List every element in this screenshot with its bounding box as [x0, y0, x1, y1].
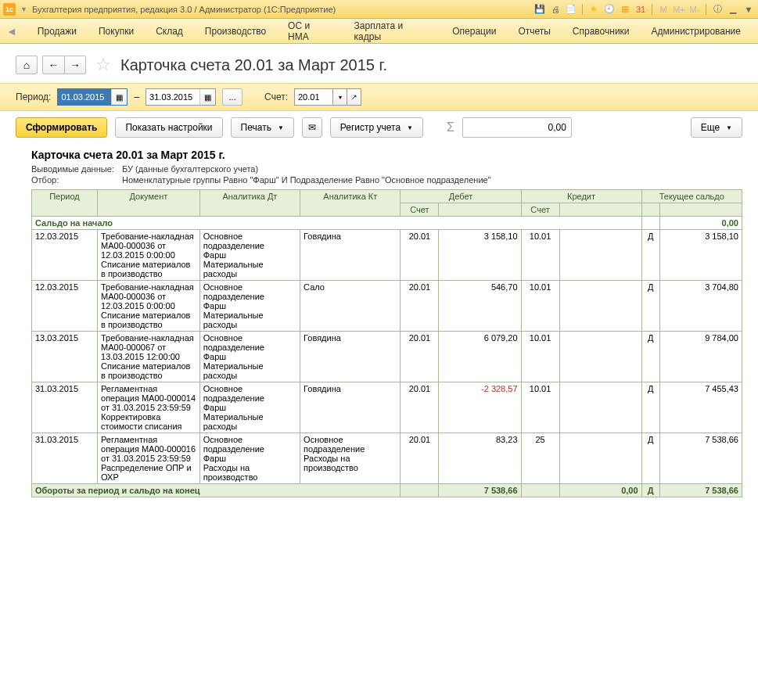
- table-cell: 7 538,66: [659, 433, 742, 484]
- more-button[interactable]: Еще▼: [691, 117, 742, 138]
- main-menu: ◄ Продажи Покупки Склад Производство ОС …: [0, 19, 758, 44]
- table-cell: 31.03.2015: [32, 382, 98, 433]
- favorite-icon[interactable]: ☆: [95, 55, 111, 75]
- table-cell: 20.01: [401, 230, 439, 281]
- generate-button[interactable]: Сформировать: [16, 117, 107, 138]
- totals-label: Обороты за период и сальдо на конец: [32, 484, 401, 497]
- table-cell: Сало: [300, 281, 401, 332]
- star-icon[interactable]: ★: [587, 3, 600, 16]
- dropdown-icon[interactable]: ▼: [20, 5, 27, 13]
- table-cell: [559, 281, 641, 332]
- forward-button[interactable]: →: [64, 56, 86, 74]
- date-to-field[interactable]: ▦: [145, 88, 216, 106]
- table-row: 12.03.2015Требование-накладная МА00-0000…: [32, 230, 742, 281]
- totals-credit: 0,00: [559, 484, 641, 497]
- print-icon[interactable]: 🖨: [549, 3, 562, 16]
- table-cell: 546,70: [439, 281, 521, 332]
- m-plus-icon[interactable]: M+: [673, 3, 685, 16]
- save-icon[interactable]: 💾: [533, 3, 546, 16]
- history-icon[interactable]: 🕘: [603, 3, 616, 16]
- date-from-input[interactable]: [58, 89, 111, 105]
- table-cell: 20.01: [401, 332, 439, 382]
- account-dropdown-icon[interactable]: ▾: [333, 88, 347, 106]
- page-title: Карточка счета 20.01 за Март 2015 г.: [120, 56, 387, 74]
- back-button[interactable]: ←: [42, 56, 64, 74]
- menu-references[interactable]: Справочники: [562, 26, 641, 37]
- date-from-field[interactable]: ▦: [57, 88, 128, 106]
- totals-dc: Д: [641, 484, 659, 497]
- table-cell: Основное подразделение Фарш Материальные…: [199, 332, 300, 382]
- show-settings-button[interactable]: Показать настройки: [115, 117, 222, 138]
- table-cell: 13.03.2015: [32, 332, 98, 382]
- table-row: 31.03.2015Регламентная операция МА00-000…: [32, 382, 742, 433]
- home-button[interactable]: ⌂: [16, 56, 38, 74]
- window-title: Бухгалтерия предприятия, редакция 3.0 / …: [32, 5, 533, 14]
- doc-icon[interactable]: 📄: [565, 3, 577, 16]
- table-cell: 6 079,20: [439, 332, 521, 382]
- table-cell: 3 158,10: [659, 230, 742, 281]
- table-cell: Говядина: [300, 382, 401, 433]
- table-row: 31.03.2015Регламентная операция МА00-000…: [32, 433, 742, 484]
- report-output-row: Выводимые данные: БУ (данные бухгалтерск…: [31, 164, 742, 174]
- calc-icon[interactable]: ▦: [619, 3, 631, 16]
- calendar-icon[interactable]: 31: [634, 3, 647, 16]
- th-balance: Текущее сальдо: [641, 190, 742, 203]
- menu-prev-icon[interactable]: ◄: [6, 25, 17, 38]
- minimize-icon[interactable]: ▁: [727, 3, 739, 16]
- period-select-button[interactable]: ...: [222, 88, 242, 106]
- menu-payroll[interactable]: Зарплата и кадры: [343, 20, 442, 42]
- table-cell: Требование-накладная МА00-000067 от 13.0…: [98, 332, 200, 382]
- table-cell: Говядина: [300, 332, 401, 382]
- report-output-value: БУ (данные бухгалтерского учета): [122, 164, 258, 174]
- table-row: 12.03.2015Требование-накладная МА00-0000…: [32, 281, 742, 332]
- table-cell: Д: [641, 433, 659, 484]
- close-icon[interactable]: ▼: [742, 3, 755, 16]
- help-icon[interactable]: ⓘ: [711, 3, 724, 16]
- register-button[interactable]: Регистр учета▼: [330, 117, 423, 138]
- menu-production[interactable]: Производство: [194, 26, 277, 37]
- table-cell: [559, 332, 641, 382]
- m-icon[interactable]: M: [657, 3, 670, 16]
- period-label: Период:: [16, 92, 51, 102]
- menu-admin[interactable]: Администрирование: [641, 26, 752, 37]
- table-cell: 10.01: [521, 382, 559, 433]
- calendar-to-icon[interactable]: ▦: [199, 89, 215, 105]
- table-cell: Д: [641, 230, 659, 281]
- th-document: Документ: [98, 190, 200, 217]
- th-dt: Аналитика Дт: [199, 190, 300, 217]
- sum-input[interactable]: [462, 117, 572, 138]
- filter-bar: Период: ▦ – ▦ ... Счет: ▾ ↗: [0, 83, 758, 111]
- report-filter-label: Отбор:: [31, 175, 122, 185]
- table-cell: 25: [521, 433, 559, 484]
- table-cell: Основное подразделение Фарш Расходы на п…: [199, 433, 300, 484]
- menu-operations[interactable]: Операции: [441, 26, 507, 37]
- th-period: Период: [32, 190, 98, 217]
- report-filter-row: Отбор: Номенклатурные группы Равно "Фарш…: [31, 175, 742, 185]
- m-minus-icon[interactable]: M-: [688, 3, 701, 16]
- date-to-input[interactable]: [146, 89, 199, 105]
- account-input[interactable]: [294, 88, 333, 106]
- account-field[interactable]: ▾ ↗: [294, 88, 361, 106]
- table-cell: Основное подразделение Фарш Материальные…: [199, 230, 300, 281]
- calendar-from-icon[interactable]: ▦: [111, 89, 127, 105]
- table-cell: 31.03.2015: [32, 433, 98, 484]
- table-cell: Д: [641, 332, 659, 382]
- table-cell: Говядина: [300, 230, 401, 281]
- menu-purchases[interactable]: Покупки: [88, 26, 145, 37]
- mail-button[interactable]: ✉: [302, 117, 322, 138]
- titlebar-toolbar: 💾 🖨 📄 ★ 🕘 ▦ 31 M M+ M- ⓘ ▁ ▼: [533, 3, 755, 16]
- opening-row: Сальдо на начало 0,00: [32, 217, 742, 230]
- menu-reports[interactable]: Отчеты: [507, 26, 561, 37]
- table-cell: [559, 382, 641, 433]
- report-filter-value: Номенклатурные группы Равно "Фарш" И Под…: [122, 175, 491, 185]
- account-open-icon[interactable]: ↗: [347, 88, 361, 106]
- table-cell: 12.03.2015: [32, 230, 98, 281]
- table-cell: [559, 230, 641, 281]
- menu-assets[interactable]: ОС и НМА: [277, 20, 343, 42]
- totals-debit: 7 538,66: [439, 484, 521, 497]
- menu-warehouse[interactable]: Склад: [145, 26, 194, 37]
- menu-sales[interactable]: Продажи: [27, 26, 88, 37]
- table-cell: Требование-накладная МА00-000036 от 12.0…: [98, 230, 200, 281]
- table-row: 13.03.2015Требование-накладная МА00-0000…: [32, 332, 742, 382]
- print-button[interactable]: Печать▼: [231, 117, 294, 138]
